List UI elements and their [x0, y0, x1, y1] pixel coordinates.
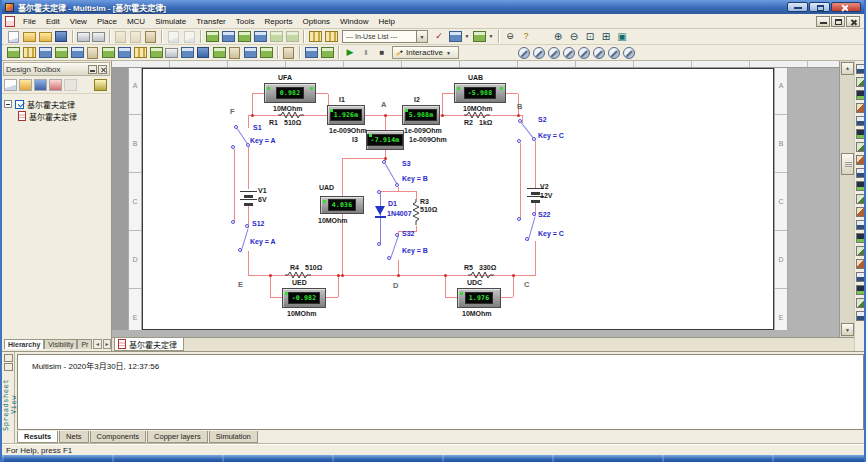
tektronix-oscilloscope-icon[interactable]: [856, 285, 866, 295]
mdi-minimize-button[interactable]: [816, 16, 830, 27]
schematic-sheet[interactable]: [142, 68, 774, 330]
breadboard-view-icon[interactable]: [321, 47, 334, 58]
find-icon[interactable]: ⊖: [503, 30, 518, 44]
tabs-scroll-left-icon[interactable]: ◄: [93, 339, 101, 349]
cut-icon[interactable]: [115, 31, 126, 43]
wattmeter-icon[interactable]: [856, 90, 866, 100]
menu-reports[interactable]: Reports: [259, 16, 297, 27]
window-toggle-icon-3[interactable]: [238, 31, 251, 42]
zoom-area-icon[interactable]: ⊡: [583, 30, 598, 44]
place-indicator-icon[interactable]: [150, 47, 163, 58]
simulate-toolbar-icon-3[interactable]: [548, 47, 560, 59]
place-power-icon[interactable]: [165, 48, 178, 58]
close-design-icon[interactable]: [49, 79, 62, 91]
new-icon[interactable]: [8, 31, 19, 43]
erc-check-icon[interactable]: ✓: [432, 30, 447, 44]
place-misc-icon[interactable]: [181, 47, 194, 58]
save-icon[interactable]: [55, 31, 67, 42]
word-generator-icon[interactable]: [856, 155, 866, 165]
help-icon[interactable]: ?: [519, 30, 534, 44]
place-ttl-icon[interactable]: [87, 47, 98, 59]
tab-hierarchy[interactable]: Hierarchy: [4, 339, 44, 349]
tab-visibility[interactable]: Visibility: [44, 339, 77, 349]
print-icon[interactable]: [77, 32, 90, 42]
place-hierarchical-block-icon[interactable]: [283, 47, 294, 59]
place-mcu-icon[interactable]: [260, 47, 273, 58]
tab-components[interactable]: Components: [90, 431, 147, 443]
undo-icon[interactable]: [168, 31, 179, 43]
mdi-close-button[interactable]: [846, 16, 860, 27]
scrollbar-thumb[interactable]: [841, 153, 854, 175]
menu-place[interactable]: Place: [92, 16, 122, 27]
interactive-simulation-button[interactable]: Interactive ▼: [392, 46, 459, 59]
agilent-oscilloscope-icon[interactable]: [856, 272, 866, 282]
open-sample-icon[interactable]: [39, 32, 52, 42]
window-toggle-icon-2[interactable]: [222, 31, 235, 42]
menu-simulate[interactable]: Simulate: [150, 16, 191, 27]
paste-design-icon[interactable]: [64, 79, 77, 91]
menu-edit[interactable]: Edit: [41, 16, 65, 27]
print-preview-icon[interactable]: [92, 32, 105, 42]
tab-nets[interactable]: Nets: [59, 431, 88, 443]
database-manager-dropdown-icon[interactable]: ▼: [488, 30, 495, 44]
tree-child-item[interactable]: 基尔霍夫定律: [4, 110, 109, 122]
run-simulation-icon[interactable]: ▶: [343, 46, 358, 60]
transfer-icon-1[interactable]: [309, 31, 322, 42]
place-cmos-icon[interactable]: [102, 47, 115, 58]
menu-transfer[interactable]: Transfer: [191, 16, 231, 27]
menu-window[interactable]: Window: [335, 16, 373, 27]
tab-simulation[interactable]: Simulation: [209, 431, 258, 443]
spreadsheet-close-icon[interactable]: [4, 354, 13, 362]
simulate-toolbar-icon-7[interactable]: [608, 47, 620, 59]
place-basic-icon[interactable]: [23, 47, 36, 58]
simulate-toolbar-icon-5[interactable]: [578, 47, 590, 59]
place-mixed-icon[interactable]: [134, 47, 147, 58]
zoom-out-icon[interactable]: ⊖: [567, 30, 582, 44]
window-toggle-icon-4[interactable]: [254, 31, 267, 42]
distortion-analyzer-icon[interactable]: [856, 207, 866, 217]
tree-checkbox[interactable]: [15, 100, 24, 109]
component-wizard-icon[interactable]: [449, 31, 462, 42]
function-generator-icon[interactable]: [856, 77, 866, 87]
menu-file[interactable]: File: [18, 16, 41, 27]
panel-close-icon[interactable]: [98, 65, 107, 74]
open-icon[interactable]: [23, 32, 36, 42]
design-options-icon[interactable]: [94, 79, 107, 91]
tree-root-item[interactable]: 基尔霍夫定律: [4, 98, 109, 110]
oscilloscope-icon[interactable]: [856, 103, 866, 113]
spectrum-analyzer-icon[interactable]: [856, 220, 866, 230]
iv-analyzer-icon[interactable]: [856, 194, 866, 204]
tree-collapse-icon[interactable]: [4, 100, 12, 108]
zoom-in-icon[interactable]: ⊕: [551, 30, 566, 44]
scroll-down-icon[interactable]: ▼: [841, 323, 854, 336]
bode-plotter-icon[interactable]: [856, 129, 866, 139]
menu-view[interactable]: View: [65, 16, 92, 27]
save-design-icon[interactable]: [34, 79, 47, 91]
place-ni-component-icon[interactable]: [244, 47, 257, 58]
tab-project-view[interactable]: Pr: [77, 339, 92, 349]
place-advanced-peripherals-icon[interactable]: [197, 47, 209, 58]
panel-minimize-icon[interactable]: [88, 65, 97, 74]
simulate-toolbar-icon-8[interactable]: [623, 47, 635, 59]
transfer-icon-2[interactable]: [325, 31, 338, 42]
menu-help[interactable]: Help: [373, 16, 399, 27]
open-design-icon[interactable]: [19, 79, 32, 91]
simulate-toolbar-icon-2[interactable]: [533, 47, 545, 59]
copy-icon[interactable]: [130, 31, 141, 43]
agilent-multimeter-icon[interactable]: [856, 259, 866, 269]
mdi-restore-button[interactable]: [831, 16, 845, 27]
network-analyzer-icon[interactable]: [856, 233, 866, 243]
place-source-icon[interactable]: [7, 47, 20, 58]
logic-analyzer-icon[interactable]: [856, 168, 866, 178]
place-rf-icon[interactable]: [213, 47, 226, 58]
window-toggle-icon-5[interactable]: [270, 31, 283, 42]
place-diode-icon[interactable]: [39, 47, 52, 58]
window-toggle-icon-6[interactable]: [286, 31, 299, 42]
place-bus-icon[interactable]: [305, 47, 318, 58]
menu-options[interactable]: Options: [297, 16, 335, 27]
vertical-scrollbar[interactable]: ▼ ▼: [839, 61, 854, 337]
tabs-scroll-right-icon[interactable]: ►: [103, 339, 111, 349]
multimeter-icon[interactable]: [856, 64, 866, 74]
place-analog-icon[interactable]: [71, 47, 84, 58]
in-use-list-dropdown[interactable]: --- In-Use List --- ▼: [342, 30, 428, 43]
